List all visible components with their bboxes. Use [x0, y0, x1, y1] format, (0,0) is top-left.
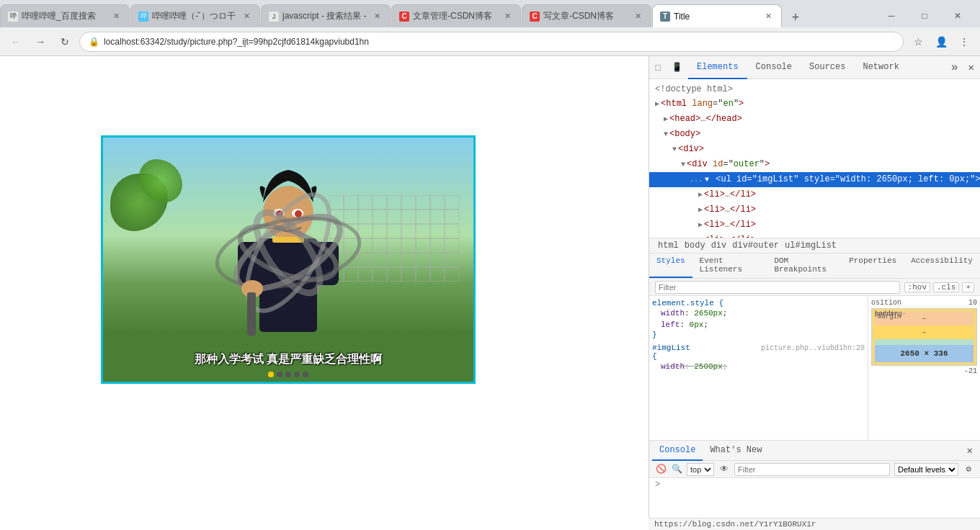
forward-button[interactable]: → — [30, 32, 50, 52]
padding-label: padding- — [875, 310, 906, 318]
tab-close-4[interactable]: ✕ — [502, 11, 513, 22]
console-eye-button[interactable]: 👁 — [718, 464, 730, 475]
bookmark-button[interactable]: ☆ — [908, 32, 928, 52]
box-model: margin – border – padding- 2650 × 336 — [871, 308, 977, 366]
tab-favicon-4: C — [399, 12, 409, 22]
close-button[interactable]: ✕ — [941, 4, 974, 27]
navigation-bar: ← → ↻ 🔒 localhost:63342/study/picture.ph… — [0, 27, 980, 56]
svg-rect-33 — [247, 292, 256, 336]
content-dimensions: 2650 × 336 — [900, 349, 948, 358]
tab-close-3[interactable]: ✕ — [371, 11, 383, 22]
tree-line-li2[interactable]: ▶<li>…</li> — [649, 202, 980, 217]
console-settings-button[interactable]: ⚙ — [963, 464, 974, 475]
address-bar[interactable]: 🔒 localhost:63342/study/picture.php?_ijt… — [79, 32, 904, 52]
styles-panel: element.style { width: 2650px; left: 0px… — [649, 296, 980, 440]
breadcrumb-div-outer[interactable]: div#outer — [729, 241, 782, 251]
devtools-close-button[interactable]: ✕ — [963, 61, 980, 73]
add-style-button[interactable]: + — [962, 282, 974, 292]
accessibility-tab[interactable]: Accessibility — [904, 253, 980, 278]
console-tab[interactable]: Console — [652, 441, 703, 461]
tab-bar: 哔 哔哩哔哩_百度搜索 ✕ 哔 哔哩哔哩（- ̄）つロ干 ✕ J javascr… — [0, 0, 980, 27]
console-close-button[interactable]: ✕ — [963, 444, 977, 457]
tab-6[interactable]: T Title ✕ — [652, 4, 782, 27]
element-style-selector: element.style { — [652, 299, 865, 307]
minimize-button[interactable]: ─ — [875, 4, 908, 27]
tab-3[interactable]: J javascript - 搜索结果 - ✕ — [261, 4, 391, 27]
lock-icon: 🔒 — [89, 37, 99, 47]
right-offset-value: -21 — [964, 367, 977, 375]
html-tree: <!doctype html> ▶<html lang="en"> ▶<head… — [649, 79, 980, 238]
tree-line-ul[interactable]: ...▼ <ul id="imgList" style="width: 2650… — [649, 172, 980, 187]
tree-line-div1[interactable]: ▼<div> — [649, 142, 980, 157]
console-level-select[interactable]: Default levels — [894, 463, 958, 476]
browser-frame: 哔 哔哩哔哩_百度搜索 ✕ 哔 哔哩哔哩（- ̄）つロ干 ✕ J javascr… — [0, 0, 980, 530]
breadcrumb-html[interactable]: html — [655, 241, 682, 251]
styles-tab[interactable]: Styles — [649, 253, 692, 278]
profile-button[interactable]: 👤 — [931, 32, 951, 52]
tab-console[interactable]: Console — [747, 56, 801, 79]
filter-bar: :hov .cls + — [649, 279, 980, 296]
console-toolbar: 🚫 🔍 top 👁 Default levels ⚙ — [649, 461, 980, 478]
tab-favicon-3: J — [269, 12, 279, 22]
style-panel-tabs: Styles Event Listeners DOM Breakpoints P… — [649, 253, 980, 279]
tree-line-div-outer[interactable]: ▼<div id="outer"> — [649, 157, 980, 172]
properties-tab[interactable]: Properties — [842, 253, 904, 278]
inspect-element-button[interactable]: ⬚ — [649, 59, 667, 76]
tree-line-head[interactable]: ▶<head>…</head> — [649, 112, 980, 127]
tab-favicon-5: C — [530, 12, 540, 22]
tab-label-2: 哔哩哔哩（- ̄）つロ干 — [152, 10, 241, 22]
device-toggle-button[interactable]: 📱 — [668, 59, 685, 76]
address-text: localhost:63342/study/picture.php?_ijt=9… — [104, 37, 369, 47]
tree-line-body[interactable]: ▼<body> — [649, 127, 980, 142]
devtools-panel: ⬚ 📱 Elements Console Sources Network » ✕… — [649, 56, 980, 530]
tab-2[interactable]: 哔 哔哩哔哩（- ̄）つロ干 ✕ — [130, 4, 260, 27]
tab-sources[interactable]: Sources — [801, 56, 854, 79]
tab-elements[interactable]: Elements — [688, 56, 747, 79]
event-listeners-tab[interactable]: Event Listeners — [692, 253, 767, 278]
window-controls: ─ □ ✕ — [875, 4, 974, 27]
tree-line-html[interactable]: ▶<html lang="en"> — [649, 96, 980, 112]
tab-close-1[interactable]: ✕ — [110, 11, 122, 22]
tree-line-li3[interactable]: ▶<li>…</li> — [649, 217, 980, 233]
box-content: 2650 × 336 — [875, 345, 974, 362]
box-model-panel: osition 10 margin – border – pa — [868, 296, 980, 440]
back-button[interactable]: ← — [6, 32, 26, 52]
dom-breakpoints-tab[interactable]: DOM Breakpoints — [767, 253, 842, 278]
cls-button[interactable]: .cls — [933, 282, 959, 292]
new-tab-button[interactable]: + — [785, 7, 806, 27]
tab-close-6[interactable]: ✕ — [762, 11, 774, 22]
prop-width: width: 2650px; — [652, 307, 865, 319]
tab-close-5[interactable]: ✕ — [632, 11, 643, 22]
reload-button[interactable]: ↻ — [55, 32, 75, 52]
devtools-more-button[interactable]: » — [947, 61, 963, 74]
tree-line-li1[interactable]: ▶<li>…</li> — [649, 187, 980, 202]
nav-right-controls: ☆ 👤 ⋮ — [908, 32, 974, 52]
console-context-select[interactable]: top — [687, 463, 714, 476]
breadcrumb-div[interactable]: div — [708, 241, 730, 251]
console-clear-button[interactable]: 🚫 — [655, 464, 667, 475]
tab-favicon-6: T — [660, 12, 670, 22]
tab-1[interactable]: 哔 哔哩哔哩_百度搜索 ✕ — [0, 4, 130, 27]
content-area: 那种入学考试 真是严重缺乏合理性啊 ⬚ 📱 — [0, 56, 980, 530]
console-filter-input[interactable] — [734, 463, 890, 476]
tree-line-li4[interactable]: ▶<li>…</li> — [649, 233, 980, 238]
breadcrumb-body[interactable]: body — [682, 241, 708, 251]
maximize-button[interactable]: □ — [908, 4, 941, 27]
devtools-status-bar: https://blog.csdn.net/Y1rY1BORUX1r — [649, 518, 980, 530]
filter-input[interactable] — [655, 281, 900, 294]
tab-4[interactable]: C 文章管理-CSDN博客 ✕ — [391, 4, 521, 27]
box-padding: padding- — [875, 339, 974, 345]
tab-network[interactable]: Network — [854, 56, 907, 79]
tab-5[interactable]: C 写文章-CSDN博客 ✕ — [522, 4, 651, 27]
menu-button[interactable]: ⋮ — [954, 32, 974, 52]
console-content: > — [649, 478, 980, 491]
breadcrumb-ul[interactable]: ul#imgList — [782, 241, 839, 251]
webpage: 那种入学考试 真是严重缺乏合理性啊 — [0, 56, 649, 530]
hov-button[interactable]: :hov — [904, 282, 930, 292]
whats-new-tab[interactable]: What's New — [703, 441, 769, 461]
console-filter-icon[interactable]: 🔍 — [671, 464, 682, 475]
tree-line-doctype[interactable]: <!doctype html> — [649, 82, 980, 96]
svg-point-25 — [295, 210, 302, 217]
console-area: Console What's New ✕ 🚫 🔍 top 👁 Default l… — [649, 440, 980, 490]
tab-close-2[interactable]: ✕ — [241, 11, 252, 22]
